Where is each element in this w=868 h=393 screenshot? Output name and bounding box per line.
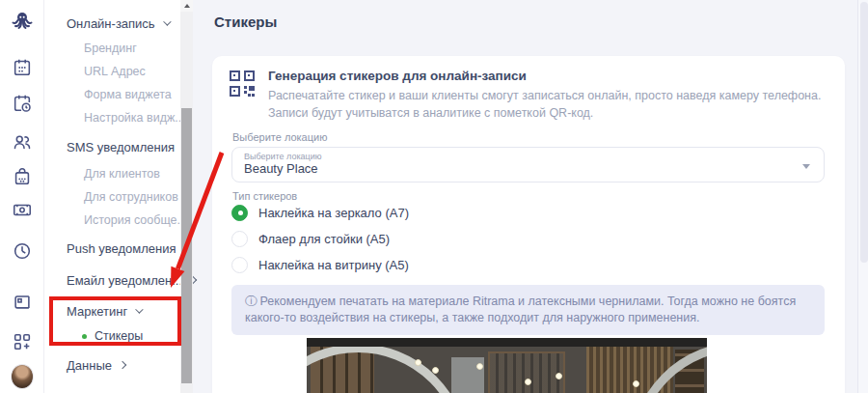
location-label: Выберите локацию xyxy=(232,131,327,143)
radio-selected-icon[interactable] xyxy=(231,205,248,221)
nav-label: URL Адрес xyxy=(84,65,146,78)
mirror-arc xyxy=(307,344,469,393)
up-arrow-icon xyxy=(184,4,190,8)
sidebar-item-message-history[interactable]: История сообще... xyxy=(84,211,187,229)
location-select[interactable]: Выберите локацию Beauty Place xyxy=(231,147,825,182)
sidebar-item-widget-form[interactable]: Форма виджета xyxy=(84,86,172,103)
select-inner-label: Выберите локацию xyxy=(244,152,812,161)
info-note: ⓘРекомендуем печатать на материале Ritra… xyxy=(231,285,825,335)
page-scrollbar[interactable] xyxy=(857,0,868,393)
sidebar-item-push-notifications[interactable]: Push уведомления xyxy=(67,239,190,257)
sidebar-scrollbar[interactable] xyxy=(180,0,193,393)
chevron-down-icon xyxy=(163,17,171,25)
page-scrollbar-thumb[interactable] xyxy=(860,2,868,263)
info-icon: ⓘ xyxy=(245,294,258,310)
sidebar-item-for-staff[interactable]: Для сотрудников xyxy=(84,188,178,206)
sidebar-nav: Онлайн-запись Брендинг URL Адрес Форма в… xyxy=(45,0,180,393)
scrollbar-up-button[interactable] xyxy=(180,0,193,12)
sidebar-item-marketing[interactable]: Маркетинг xyxy=(67,302,141,320)
nav-label: Для клиентов xyxy=(84,167,160,181)
nav-label: Стикеры xyxy=(95,329,143,343)
radio-mirror-sticker[interactable]: Наклейка на зеркало (А7) xyxy=(231,204,409,221)
calendar-clock-icon[interactable] xyxy=(11,92,34,115)
stickers-card: Генерация стикеров для онлайн-записи Рас… xyxy=(212,56,845,393)
salon-photo xyxy=(307,338,707,393)
widget-icon[interactable] xyxy=(11,290,34,313)
info-text: Рекомендуем печатать на материале Ritram… xyxy=(245,295,796,324)
finance-icon[interactable] xyxy=(11,198,34,221)
radio-stand-flyer[interactable]: Флаер для стойки (А5) xyxy=(231,230,390,247)
sidebar-item-branding[interactable]: Брендинг xyxy=(84,40,137,57)
nav-label: SMS уведомления xyxy=(67,140,175,154)
chevron-down-icon xyxy=(802,164,810,169)
sidebar-item-email-notifications[interactable]: Емайл уведомлен... xyxy=(67,271,196,289)
octopus-logo[interactable] xyxy=(11,10,34,33)
sticker-type-label: Тип стикеров xyxy=(232,190,297,202)
radio-label: Флаер для стойки (А5) xyxy=(258,232,390,246)
sidebar-scrollbar-thumb[interactable] xyxy=(181,108,192,383)
profile-avatar[interactable] xyxy=(11,365,34,388)
nav-label: История сообще... xyxy=(84,213,187,227)
radio-label: Наклейка на зеркало (А7) xyxy=(258,206,409,220)
nav-label: Брендинг xyxy=(84,42,137,55)
chevron-down-icon xyxy=(135,305,143,313)
sidebar-item-online-booking[interactable]: Онлайн-запись xyxy=(67,14,169,32)
app-window: Онлайн-запись Брендинг URL Адрес Форма в… xyxy=(0,0,868,393)
clients-icon[interactable] xyxy=(11,130,34,154)
radio-unselected-icon[interactable] xyxy=(231,231,248,247)
statistics-icon[interactable] xyxy=(11,239,34,263)
nav-label: Данные xyxy=(67,358,112,373)
sidebar-item-data[interactable]: Данные xyxy=(67,356,125,374)
qr-code-icon xyxy=(230,70,257,99)
sidebar-item-widget-settings[interactable]: Настройка видж... xyxy=(84,109,185,126)
sidebar-item-url-address[interactable]: URL Адрес xyxy=(84,63,146,80)
avatar xyxy=(11,364,34,389)
select-value: Beauty Place xyxy=(244,161,812,177)
radio-unselected-icon[interactable] xyxy=(231,257,248,273)
nav-label: Push уведомления xyxy=(67,241,176,256)
nav-label: Форма виджета xyxy=(84,88,172,101)
radio-label: Наклейка на витрину (А5) xyxy=(258,258,409,272)
icon-rail xyxy=(0,0,44,393)
nav-label: Маркетинг xyxy=(67,304,127,319)
sidebar-item-stickers[interactable]: Стикеры xyxy=(82,327,143,345)
main-content: Стикеры Генерация стикеров для онлайн-за… xyxy=(193,0,857,393)
nav-label: Для сотрудников xyxy=(84,190,178,204)
calendar-icon[interactable] xyxy=(11,56,34,79)
apps-icon[interactable] xyxy=(11,330,34,353)
radio-window-sticker[interactable]: Наклейка на витрину (А5) xyxy=(231,256,409,273)
sidebar-item-sms-notifications[interactable]: SMS уведомления xyxy=(67,138,188,155)
page-title: Стикеры xyxy=(214,14,277,30)
card-title: Генерация стикеров для онлайн-записи xyxy=(268,69,527,83)
nav-label: Емайл уведомлен... xyxy=(67,273,182,288)
active-dot-icon xyxy=(82,334,87,339)
sidebar-item-for-clients[interactable]: Для клиентов xyxy=(84,165,160,182)
inventory-icon[interactable] xyxy=(11,165,34,188)
nav-label: Онлайн-запись xyxy=(67,16,155,31)
chevron-right-icon xyxy=(119,361,126,369)
nav-label: Настройка видж... xyxy=(84,111,185,125)
card-description: Распечатайте стикер и ваши клиенты смогу… xyxy=(268,88,827,122)
